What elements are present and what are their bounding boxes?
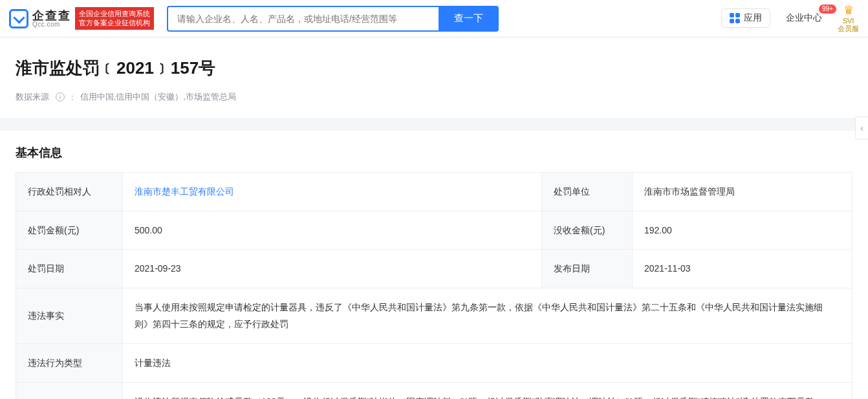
field-value-result: 没收违法所得壹佰玖拾贰元整（192元）；没收超过保质期“味椒盐（固态调味料）”1… xyxy=(123,382,852,399)
vip-line1: SVI xyxy=(843,17,854,25)
chevron-left-icon: ‹ xyxy=(860,123,863,133)
notification-badge: 99+ xyxy=(819,5,836,14)
apps-grid-icon xyxy=(730,13,740,23)
logo-slogan-line2: 官方备案企业征信机构 xyxy=(79,19,150,28)
search-button[interactable]: 查一下 xyxy=(439,6,499,32)
apps-label: 应用 xyxy=(744,12,762,24)
table-row: 违法行为类型 计量违法 xyxy=(16,343,852,382)
apps-button[interactable]: 应用 xyxy=(721,8,770,28)
enterprise-center-link[interactable]: 企业中心 99+ xyxy=(786,12,822,24)
field-value-publish-date: 2021-11-03 xyxy=(633,250,852,288)
data-source-row: 数据来源 i : 信用中国,信用中国（安徽）,市场监管总局 xyxy=(16,91,852,103)
logo-en: Qcc.com xyxy=(32,21,71,28)
field-label-confiscate: 没收金额(元) xyxy=(542,211,633,250)
site-logo[interactable]: 企查查 Qcc.com 全国企业信用查询系统 官方备案企业征信机构 xyxy=(9,7,154,30)
logo-slogan-badge: 全国企业信用查询系统 官方备案企业征信机构 xyxy=(75,7,154,30)
page-title: 淮市监处罚﹝2021﹞157号 xyxy=(16,57,852,80)
logo-text: 企查查 Qcc.com xyxy=(32,10,71,28)
field-label-penalty-date: 处罚日期 xyxy=(16,250,123,288)
field-label-facts: 违法事实 xyxy=(16,288,123,343)
table-row: 违法事实 当事人使用未按照规定申请检定的计量器具，违反了《中华人民共和国计量法》… xyxy=(16,288,852,343)
field-label-type: 违法行为类型 xyxy=(16,343,123,382)
top-bar: 企查查 Qcc.com 全国企业信用查询系统 官方备案企业征信机构 查一下 应用… xyxy=(0,0,868,38)
search-form: 查一下 xyxy=(167,6,499,32)
table-row: 行政处罚相对人 淮南市楚丰工贸有限公司 处罚单位 淮南市市场监督管理局 xyxy=(16,173,852,211)
field-label-publish-date: 发布日期 xyxy=(542,250,633,288)
field-label-party: 行政处罚相对人 xyxy=(16,173,123,211)
search-input[interactable] xyxy=(167,6,439,32)
field-value-fine: 500.00 xyxy=(123,211,542,250)
field-value-penalty-date: 2021-09-23 xyxy=(123,250,542,288)
crown-icon: ♛ xyxy=(843,5,854,17)
logo-mark-icon xyxy=(9,9,28,28)
logo-slogan-line1: 全国企业信用查询系统 xyxy=(79,10,150,19)
field-label-fine: 处罚金额(元) xyxy=(16,211,123,250)
basic-info-table: 行政处罚相对人 淮南市楚丰工贸有限公司 处罚单位 淮南市市场监督管理局 处罚金额… xyxy=(16,172,852,399)
info-icon[interactable]: i xyxy=(56,92,65,102)
data-source-label: 数据来源 xyxy=(16,91,49,103)
field-value-party: 淮南市楚丰工贸有限公司 xyxy=(123,173,542,211)
field-value-confiscate: 192.00 xyxy=(633,211,852,250)
basic-info-card: 基本信息 行政处罚相对人 淮南市楚丰工贸有限公司 处罚单位 淮南市市场监督管理局… xyxy=(0,131,868,399)
field-value-facts: 当事人使用未按照规定申请检定的计量器具，违反了《中华人民共和国计量法》第九条第一… xyxy=(123,288,852,343)
section-gap: ‹ xyxy=(0,119,868,131)
logo-cn: 企查查 xyxy=(32,10,71,21)
field-label-result: 处罚结果 xyxy=(16,382,123,399)
company-link[interactable]: 淮南市楚丰工贸有限公司 xyxy=(135,186,234,197)
data-source-value: 信用中国,信用中国（安徽）,市场监管总局 xyxy=(80,91,236,103)
table-row: 处罚日期 2021-09-23 发布日期 2021-11-03 xyxy=(16,250,852,288)
enterprise-center-label: 企业中心 xyxy=(786,12,822,23)
field-value-authority: 淮南市市场监督管理局 xyxy=(633,173,852,211)
section-title: 基本信息 xyxy=(16,145,852,160)
vip-line2: 会员服 xyxy=(838,25,859,32)
field-value-type: 计量违法 xyxy=(123,343,852,382)
field-label-authority: 处罚单位 xyxy=(542,173,633,211)
side-collapse-handle[interactable]: ‹ xyxy=(855,116,868,140)
vip-entry[interactable]: ♛ SVI 会员服 xyxy=(838,5,859,33)
table-row: 处罚金额(元) 500.00 没收金额(元) 192.00 xyxy=(16,211,852,250)
top-right-nav: 应用 企业中心 99+ ♛ SVI 会员服 xyxy=(721,5,859,33)
table-row: 处罚结果 没收违法所得壹佰玖拾贰元整（192元）；没收超过保质期“味椒盐（固态调… xyxy=(16,382,852,399)
title-section: 淮市监处罚﹝2021﹞157号 数据来源 i : 信用中国,信用中国（安徽）,市… xyxy=(0,38,868,119)
